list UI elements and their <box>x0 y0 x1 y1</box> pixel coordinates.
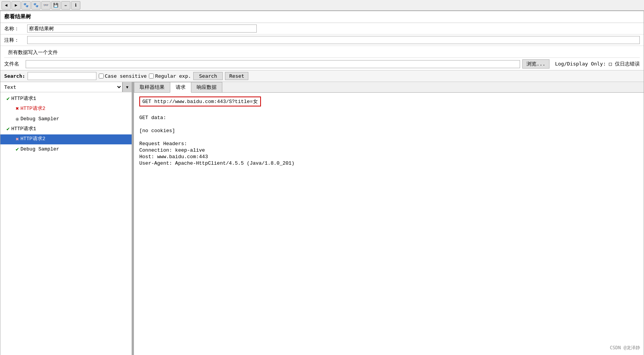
tree-item[interactable]: ✔ HTTP请求1 <box>0 124 132 134</box>
tree-item-label: HTTP请求1 <box>11 95 36 103</box>
file-row: 文件名 浏览... Log/Display Only: □ 仅日志错误 <box>4 59 640 69</box>
tab-request[interactable]: 请求 <box>170 82 191 93</box>
case-sensitive-checkbox[interactable] <box>99 74 104 79</box>
content-area: Text HTML JSON XML ▼ ✔ HTTP请求1 ✖ HTTP请求2 <box>0 82 644 355</box>
toolbar-btn5[interactable]: 👓 <box>41 1 51 10</box>
tree-item[interactable]: ✖ HTTP请求2 <box>0 104 132 114</box>
tree-item[interactable]: ◉ Debug Sampler <box>0 114 132 124</box>
search-row: Search: Case sensitive Regular exp. Sear… <box>0 70 644 82</box>
log-label: Log/Display Only: □ 仅日志错误 <box>555 61 640 67</box>
right-panel: 取样器结果 请求 响应数据 GET http://www.baidu.com:4… <box>134 82 644 355</box>
dropdown-row: Text HTML JSON XML ▼ <box>0 82 132 92</box>
request-headers-line: Request Headers: <box>139 141 638 147</box>
empty-line1 <box>139 121 638 127</box>
tree-items: ✔ HTTP请求1 ✖ HTTP请求2 ◉ Debug Sampler ✔ HT… <box>0 92 132 156</box>
case-sensitive-text: Case sensitive <box>105 73 147 79</box>
file-label: 文件名 <box>4 61 23 67</box>
file-section-header: 所有数据写入一个文件 <box>4 47 640 58</box>
tree-item-label: HTTP请求2 <box>20 135 45 143</box>
name-row: 名称： <box>0 23 644 34</box>
toolbar: ◀ ▶ 🐾 🐾 👓 💾 ✏ ℹ <box>0 0 644 11</box>
regular-exp-text: Regular exp. <box>155 73 191 79</box>
no-cookies-line: [no cookies] <box>139 128 638 134</box>
comment-label: 注释： <box>4 37 27 44</box>
user-agent-line: User-Agent: Apache-HttpClient/4.5.5 (Jav… <box>139 160 638 166</box>
highlighted-get-line: GET http://www.baidu.com:443/S?title=女 <box>139 97 261 106</box>
tree-item[interactable]: ✔ HTTP请求1 <box>0 94 132 104</box>
status-red-icon: ✖ <box>16 135 19 144</box>
tree-item-label: HTTP请求2 <box>20 105 45 113</box>
name-label: 名称： <box>4 25 27 32</box>
host-line: Host: www.baidu.com:443 <box>139 154 638 160</box>
tree-item[interactable]: ✔ Debug Sampler <box>0 144 132 154</box>
tab-sampler-result[interactable]: 取样器结果 <box>134 82 170 92</box>
tree-item-label: Debug Sampler <box>20 115 59 123</box>
view-mode-select[interactable]: Text HTML JSON XML <box>0 82 122 92</box>
search-label: Search: <box>4 73 25 79</box>
case-sensitive-label[interactable]: Case sensitive <box>99 73 147 79</box>
main-panel: 察看结果树 名称： 注释： 所有数据写入一个文件 文件名 浏览... Log/D… <box>0 11 644 355</box>
browse-button[interactable]: 浏览... <box>522 59 549 69</box>
status-green-icon: ✔ <box>7 95 10 103</box>
status-green-icon: ✔ <box>16 145 19 154</box>
toolbar-btn7[interactable]: ✏ <box>61 1 70 10</box>
search-input[interactable] <box>28 72 96 80</box>
name-input[interactable] <box>27 25 257 33</box>
status-green-icon: ✔ <box>7 125 10 133</box>
file-section: 所有数据写入一个文件 文件名 浏览... Log/Display Only: □… <box>0 46 644 70</box>
connection-line: Connection: keep-alive <box>139 147 638 153</box>
empty-line2 <box>139 134 638 140</box>
tab-response[interactable]: 响应数据 <box>191 82 222 92</box>
panel-title: 察看结果树 <box>0 11 644 23</box>
toolbar-back[interactable]: ◀ <box>2 1 11 10</box>
tabs-row: 取样器结果 请求 响应数据 <box>134 82 644 93</box>
watermark: CSDN @龙泽静 <box>610 345 640 351</box>
tree-item[interactable]: ✖ HTTP请求2 <box>0 134 132 144</box>
toolbar-btn4[interactable]: 🐾 <box>31 1 41 10</box>
request-content: GET http://www.baidu.com:443/S?title=女 G… <box>134 93 644 355</box>
tree-item-label: HTTP请求1 <box>11 125 36 133</box>
reset-button[interactable]: Reset <box>225 72 248 80</box>
tree-panel: Text HTML JSON XML ▼ ✔ HTTP请求1 ✖ HTTP请求2 <box>0 82 132 355</box>
tree-item-label: Debug Sampler <box>20 146 59 154</box>
file-input[interactable] <box>26 60 520 68</box>
toolbar-btn3[interactable]: 🐾 <box>21 1 31 10</box>
toolbar-btn6[interactable]: 💾 <box>51 1 60 10</box>
get-data-line: GET data: <box>139 115 638 121</box>
dropdown-arrow-icon[interactable]: ▼ <box>122 82 132 92</box>
search-button[interactable]: Search <box>193 72 223 80</box>
status-red-icon: ✖ <box>16 105 19 113</box>
toolbar-forward[interactable]: ▶ <box>11 1 21 10</box>
toolbar-info[interactable]: ℹ <box>71 1 80 10</box>
regular-exp-label[interactable]: Regular exp. <box>149 73 191 79</box>
comment-row: 注释： <box>0 34 644 46</box>
regular-exp-checkbox[interactable] <box>149 74 154 79</box>
comment-input[interactable] <box>27 36 640 44</box>
status-neutral-icon: ◉ <box>16 115 19 123</box>
